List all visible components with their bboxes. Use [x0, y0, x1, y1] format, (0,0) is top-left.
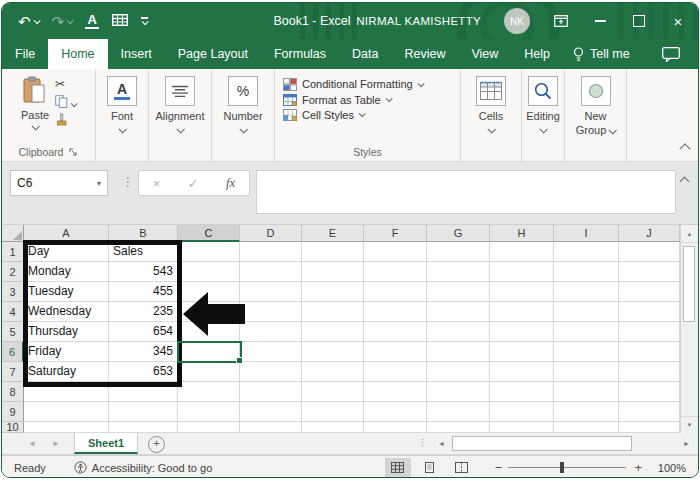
cell-I7[interactable] [554, 362, 619, 382]
cell-I2[interactable] [554, 262, 619, 282]
cell-E3[interactable] [302, 282, 364, 302]
paste-button[interactable]: Paste [21, 76, 49, 130]
accessibility-status[interactable]: Accessibility: Good to go [74, 461, 212, 474]
close-button[interactable]: × [670, 13, 686, 29]
cell-D6[interactable] [240, 342, 302, 362]
tab-scroll-splitter[interactable]: ⋮ [418, 437, 427, 447]
cell-G8[interactable] [427, 382, 490, 402]
cell-A3[interactable]: Tuesday [24, 282, 109, 302]
cell-G6[interactable] [427, 342, 490, 362]
tab-file[interactable]: File [2, 39, 48, 69]
cell-A4[interactable]: Wednesday [24, 302, 109, 322]
tab-help[interactable]: Help [511, 39, 563, 69]
cell-D10[interactable] [240, 422, 302, 433]
cell-D4[interactable] [240, 302, 302, 322]
page-layout-view-button[interactable] [417, 458, 443, 477]
cell-G10[interactable] [427, 422, 490, 433]
copy-button[interactable] [55, 95, 76, 108]
cell-D9[interactable] [240, 402, 302, 422]
cell-C3[interactable] [178, 282, 240, 302]
cell-J6[interactable] [619, 342, 680, 362]
cell-H9[interactable] [490, 402, 554, 422]
horizontal-scrollbar[interactable]: ◄ ► [434, 435, 694, 452]
cell-J7[interactable] [619, 362, 680, 382]
tab-page-layout[interactable]: Page Layout [165, 39, 261, 69]
cell-J8[interactable] [619, 382, 680, 402]
cell-H5[interactable] [490, 322, 554, 342]
scroll-right-icon[interactable]: ► [679, 440, 694, 447]
comments-button[interactable] [644, 39, 698, 69]
cell-I8[interactable] [554, 382, 619, 402]
scroll-up-icon[interactable]: ▲ [681, 225, 698, 243]
row-header-10[interactable]: 10 [2, 422, 24, 433]
cell-G2[interactable] [427, 262, 490, 282]
ribbon-display-options-button[interactable] [553, 13, 569, 29]
normal-view-button[interactable] [385, 458, 411, 477]
cell-D2[interactable] [240, 262, 302, 282]
avatar[interactable]: NK [504, 8, 530, 34]
vertical-scrollbar[interactable]: ▲ ▼ [680, 225, 698, 433]
zoom-slider[interactable] [508, 467, 626, 468]
cell-H6[interactable] [490, 342, 554, 362]
cell-E1[interactable] [302, 242, 364, 262]
cell-C1[interactable] [178, 242, 240, 262]
cell-A8[interactable] [24, 382, 109, 402]
undo-button[interactable]: ↶ [18, 14, 39, 29]
tab-insert[interactable]: Insert [108, 39, 165, 69]
cell-G7[interactable] [427, 362, 490, 382]
cell-D8[interactable] [240, 382, 302, 402]
cell-D3[interactable] [240, 282, 302, 302]
cell-H4[interactable] [490, 302, 554, 322]
formula-bar-splitter[interactable]: ⋮ [122, 175, 134, 189]
cell-C6[interactable] [178, 342, 240, 362]
cell-G1[interactable] [427, 242, 490, 262]
cell-F8[interactable] [364, 382, 427, 402]
format-as-table-button[interactable]: Format as Table [275, 92, 391, 107]
page-break-preview-button[interactable] [449, 458, 475, 477]
tab-view[interactable]: View [458, 39, 511, 69]
cell-A7[interactable]: Saturday [24, 362, 109, 382]
cell-J2[interactable] [619, 262, 680, 282]
collapse-formula-bar-button[interactable] [680, 177, 690, 187]
cell-B4[interactable]: 235 [109, 302, 178, 322]
cell-F7[interactable] [364, 362, 427, 382]
cell-H8[interactable] [490, 382, 554, 402]
tab-data[interactable]: Data [339, 39, 391, 69]
cell-F2[interactable] [364, 262, 427, 282]
cell-E4[interactable] [302, 302, 364, 322]
horizontal-scroll-thumb[interactable] [452, 436, 632, 451]
cell-A2[interactable]: Monday [24, 262, 109, 282]
cell-I4[interactable] [554, 302, 619, 322]
cell-styles-button[interactable]: Cell Styles [275, 107, 364, 122]
redo-button[interactable]: ↷ [52, 14, 73, 29]
cell-C4[interactable] [178, 302, 240, 322]
tab-formulas[interactable]: Formulas [261, 39, 339, 69]
cell-E2[interactable] [302, 262, 364, 282]
dialog-launcher-icon[interactable] [69, 148, 78, 157]
column-header-F[interactable]: F [364, 225, 427, 242]
confirm-entry-button[interactable]: ✓ [188, 176, 199, 191]
cell-C8[interactable] [178, 382, 240, 402]
column-header-G[interactable]: G [427, 225, 490, 242]
cell-I10[interactable] [554, 422, 619, 433]
cell-G4[interactable] [427, 302, 490, 322]
cell-A1[interactable]: Day [24, 242, 109, 262]
cell-C7[interactable] [178, 362, 240, 382]
vertical-scroll-thumb[interactable] [683, 246, 695, 322]
new-group[interactable]: NewGroup [565, 69, 627, 161]
cell-A10[interactable] [24, 422, 109, 433]
row-header-5[interactable]: 5 [2, 322, 24, 342]
editing-group[interactable]: Editing [522, 69, 565, 161]
cell-A9[interactable] [24, 402, 109, 422]
cell-J9[interactable] [619, 402, 680, 422]
cell-A5[interactable]: Thursday [24, 322, 109, 342]
scroll-down-icon[interactable]: ▼ [681, 416, 698, 433]
column-header-J[interactable]: J [619, 225, 680, 242]
cell-B8[interactable] [109, 382, 178, 402]
collapse-ribbon-button[interactable] [679, 143, 690, 154]
row-header-8[interactable]: 8 [2, 382, 24, 402]
maximize-button[interactable] [631, 13, 647, 29]
column-header-D[interactable]: D [240, 225, 302, 242]
cell-C5[interactable] [178, 322, 240, 342]
name-box[interactable]: C6▾ [10, 170, 108, 196]
